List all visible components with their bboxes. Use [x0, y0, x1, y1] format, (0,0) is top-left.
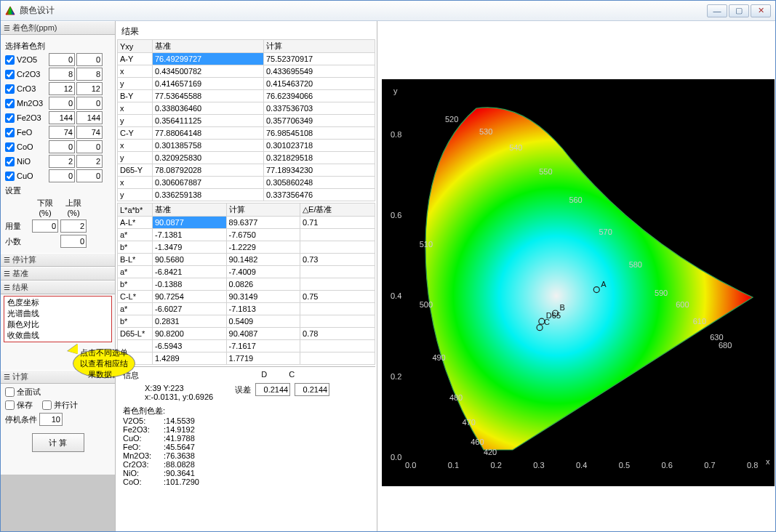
svg-text:600: 600 — [676, 300, 689, 309]
decimal-input[interactable] — [60, 235, 87, 248]
colorant-checkbox[interactable] — [5, 172, 15, 181]
colorant-val1-input[interactable] — [49, 169, 75, 182]
maximize-button[interactable]: ▢ — [729, 4, 749, 17]
svg-text:0.2: 0.2 — [491, 461, 502, 469]
result-option[interactable]: 收敛曲线 — [6, 330, 110, 341]
c-label: C — [289, 370, 295, 379]
result-options-box: 色度坐标光谱曲线颜色对比收敛曲线 — [4, 296, 112, 342]
table-row[interactable]: C-L*90.725490.31490.75 — [118, 291, 375, 303]
table-row[interactable]: x0.3060678870.305860248 — [118, 177, 375, 189]
result-option[interactable]: 颜色对比 — [6, 319, 110, 330]
colorant-val2-input[interactable] — [76, 97, 103, 110]
minimize-button[interactable]: — — [707, 4, 727, 17]
svg-text:0.0: 0.0 — [405, 461, 416, 469]
diff-row: CoO::101.7290 — [123, 477, 369, 486]
table-row[interactable]: x0.3380364600.337536703 — [118, 102, 375, 115]
colorant-checkbox[interactable] — [5, 128, 15, 137]
up-limit-label: 上限(%) — [60, 198, 87, 217]
svg-text:0.8: 0.8 — [747, 461, 758, 469]
table-row[interactable]: D65-L*90.820090.40870.78 — [118, 328, 375, 340]
table-row[interactable]: a*-6.6027-7.1813 — [118, 303, 375, 315]
colorant-val2-input[interactable] — [76, 126, 103, 139]
colorant-val1-input[interactable] — [49, 68, 75, 81]
table-row[interactable]: a*-6.8421-7.4009 — [118, 266, 375, 278]
calculate-button[interactable]: 计 算 — [32, 433, 84, 452]
table-row[interactable]: B-Y77.5364558876.62394066 — [118, 90, 375, 102]
usage-low-input[interactable] — [32, 219, 58, 233]
table-row[interactable]: A-Y76.4929972775.52370917 — [118, 53, 375, 65]
colorant-val2-input[interactable] — [76, 68, 103, 81]
colorant-val2-input[interactable] — [76, 111, 103, 124]
close-button[interactable]: ✕ — [751, 4, 771, 17]
colorant-val1-input[interactable] — [49, 155, 75, 168]
result-option[interactable]: 色度坐标 — [6, 297, 110, 308]
colorant-checkbox[interactable] — [5, 84, 15, 94]
colorant-val1-input[interactable] — [49, 126, 75, 139]
table-row[interactable]: A-L*90.087789.63770.71 — [118, 217, 375, 229]
error-c-input[interactable] — [295, 383, 329, 396]
colorant-val1-input[interactable] — [49, 97, 75, 110]
window-title: 颜色设计 — [20, 4, 707, 17]
svg-text:570: 570 — [599, 227, 612, 236]
svg-text:0.5: 0.5 — [619, 461, 630, 469]
colorant-name: CrO3 — [17, 84, 47, 93]
base-panel-header[interactable]: ☰ 基准 — [1, 267, 115, 281]
colorant-checkbox[interactable] — [5, 70, 15, 79]
colorant-val1-input[interactable] — [49, 82, 75, 95]
table-row[interactable]: 1.42891.7719 — [118, 352, 375, 365]
colorant-val1-input[interactable] — [49, 53, 75, 66]
full-test-label: 全面试 — [17, 387, 41, 398]
colorant-val1-input[interactable] — [49, 140, 75, 153]
colorant-checkbox[interactable] — [5, 55, 15, 65]
diff-title: 着色剂色差: — [123, 406, 369, 416]
callout-tooltip: 点击不同选单以查看相应结果数据。 — [73, 349, 140, 385]
result-panel-header[interactable]: ☰ 结果 — [1, 281, 115, 294]
table-row[interactable]: C-Y77.8806414876.98545108 — [118, 127, 375, 140]
colorants-panel-header[interactable]: ☰ 着色剂(ppm) — [1, 21, 115, 35]
diff-row: Fe2O3::14.9192 — [123, 425, 369, 434]
stop-calc-header[interactable]: ☰ 停计算 — [1, 253, 115, 267]
colorant-val1-input[interactable] — [49, 111, 75, 124]
colorant-name: FeO — [17, 128, 47, 137]
svg-marker-1 — [6, 7, 15, 15]
save-checkbox[interactable] — [5, 400, 15, 410]
table-row[interactable]: y0.4146571690.415463720 — [118, 78, 375, 90]
table-row[interactable]: y0.3362591380.337356476 — [118, 189, 375, 201]
colorant-checkbox[interactable] — [5, 142, 15, 152]
table-row[interactable]: x0.4345007820.433695549 — [118, 65, 375, 78]
table-row[interactable]: B-L*90.568090.14820.73 — [118, 254, 375, 266]
table-row[interactable]: y0.3209258300.321829518 — [118, 152, 375, 164]
table-row[interactable]: b*-0.13880.0826 — [118, 278, 375, 291]
parallel-checkbox[interactable] — [42, 400, 52, 410]
colorant-checkbox[interactable] — [5, 99, 15, 108]
lab-table: L*a*b*基准计算△E/基准A-L*90.087789.63770.71a*-… — [117, 203, 375, 365]
colorant-val2-input[interactable] — [76, 140, 103, 153]
colorant-checkbox[interactable] — [5, 113, 15, 123]
colorant-val2-input[interactable] — [76, 53, 103, 66]
error-d-input[interactable] — [255, 383, 290, 396]
svg-text:460: 460 — [471, 438, 484, 446]
colorant-val2-input[interactable] — [76, 155, 103, 168]
y-axis-label: y — [393, 86, 398, 95]
colorant-name: CoO — [17, 142, 47, 151]
table-row[interactable]: y0.3564111250.357706349 — [118, 115, 375, 127]
colorant-val2-input[interactable] — [76, 169, 103, 182]
colorant-val2-input[interactable] — [76, 82, 103, 95]
svg-text:610: 610 — [693, 317, 706, 326]
results-title: 结果 — [117, 24, 375, 39]
table-row[interactable]: -6.5943-7.1617 — [118, 340, 375, 352]
table-row[interactable]: x0.3013857580.301023718 — [118, 140, 375, 152]
table-row[interactable]: b*-1.3479-1.2229 — [118, 241, 375, 254]
table-row[interactable]: b*0.28310.5409 — [118, 315, 375, 328]
cie-chromaticity-chart: 0.00.10.20.30.40.50.60.70.8 0.00.20.40.6… — [382, 79, 775, 486]
full-test-checkbox[interactable] — [5, 387, 15, 397]
stop-cond-input[interactable] — [39, 413, 63, 426]
result-option[interactable]: 光谱曲线 — [6, 308, 110, 319]
diff-row: FeO::45.5647 — [123, 443, 369, 451]
table-row[interactable]: a*-7.1381-7.6750 — [118, 229, 375, 241]
usage-label: 用量 — [5, 221, 30, 232]
usage-up-input[interactable] — [60, 219, 87, 233]
colorant-row: Cr2O3 — [5, 68, 111, 81]
colorant-checkbox[interactable] — [5, 157, 15, 166]
table-row[interactable]: D65-Y78.0879202877.18934230 — [118, 164, 375, 177]
